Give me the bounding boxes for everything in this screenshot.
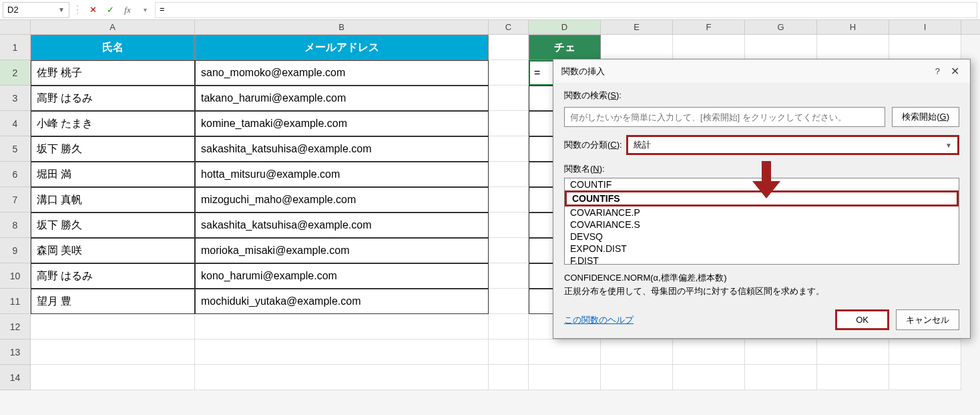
cell-B5[interactable]: sakashita_katsuhisa@example.com: [195, 136, 489, 162]
cell-C6[interactable]: [489, 162, 529, 187]
function-list[interactable]: COUNTIFCOUNTIFSCOVARIANCE.PCOVARIANCE.SD…: [564, 178, 959, 265]
cell-B2[interactable]: sano_momoko@example.com: [195, 60, 489, 86]
cell-C1[interactable]: [489, 35, 529, 60]
cell-H13[interactable]: [817, 339, 889, 365]
cell-A10[interactable]: 高野 はるみ: [31, 263, 195, 289]
ok-button[interactable]: OK: [835, 309, 889, 330]
cell-D14[interactable]: [529, 365, 601, 390]
cell-E1[interactable]: [601, 35, 673, 60]
row-header-1[interactable]: 1: [0, 35, 31, 60]
cell-C7[interactable]: [489, 187, 529, 213]
col-header-C[interactable]: C: [489, 20, 529, 34]
cell-C2[interactable]: [489, 60, 529, 86]
cell-B6[interactable]: hotta_mitsuru@example.com: [195, 162, 489, 187]
cell-C13[interactable]: [489, 339, 529, 365]
cell-A7[interactable]: 溝口 真帆: [31, 187, 195, 213]
cell-I13[interactable]: [889, 339, 961, 365]
cell-B14[interactable]: [195, 365, 489, 390]
cell-C5[interactable]: [489, 136, 529, 162]
function-list-item[interactable]: COVARIANCE.S: [565, 219, 959, 231]
cell-A8[interactable]: 坂下 勝久: [31, 213, 195, 238]
cell-A1[interactable]: 氏名: [31, 35, 195, 60]
cell-H1[interactable]: [817, 35, 889, 60]
row-header-12[interactable]: 12: [0, 314, 31, 339]
row-header-2[interactable]: 2: [0, 60, 31, 86]
cell-F1[interactable]: [673, 35, 745, 60]
cell-G14[interactable]: [745, 365, 817, 390]
col-header-A[interactable]: A: [31, 20, 195, 34]
cell-A4[interactable]: 小峰 たまき: [31, 111, 195, 136]
function-help-link[interactable]: この関数のヘルプ: [564, 314, 634, 326]
cell-C4[interactable]: [489, 111, 529, 136]
cell-B10[interactable]: kono_harumi@example.com: [195, 263, 489, 289]
cell-A3[interactable]: 高野 はるみ: [31, 86, 195, 111]
row-header-13[interactable]: 13: [0, 339, 31, 365]
cell-C11[interactable]: [489, 289, 529, 314]
cell-G1[interactable]: [745, 35, 817, 60]
chevron-down-icon[interactable]: ▾: [138, 3, 152, 17]
select-all-corner[interactable]: [0, 20, 31, 34]
row-header-7[interactable]: 7: [0, 187, 31, 213]
fx-icon[interactable]: fx: [120, 3, 135, 17]
cell-B11[interactable]: mochiduki_yutaka@example.com: [195, 289, 489, 314]
row-header-8[interactable]: 8: [0, 213, 31, 238]
cell-I14[interactable]: [889, 365, 961, 390]
search-input[interactable]: [564, 107, 885, 127]
row-header-3[interactable]: 3: [0, 86, 31, 111]
cell-C14[interactable]: [489, 365, 529, 390]
function-list-item[interactable]: COUNTIF: [565, 178, 959, 190]
function-list-item[interactable]: DEVSQ: [565, 231, 959, 243]
function-list-item[interactable]: COUNTIFS: [565, 190, 959, 206]
row-header-14[interactable]: 14: [0, 365, 31, 390]
row-header-5[interactable]: 5: [0, 136, 31, 162]
cell-E13[interactable]: [601, 339, 673, 365]
close-icon[interactable]: ✕: [948, 65, 962, 78]
cell-A13[interactable]: [31, 339, 195, 365]
cancel-button[interactable]: キャンセル: [896, 309, 959, 330]
cell-A6[interactable]: 堀田 満: [31, 162, 195, 187]
col-header-D[interactable]: D: [529, 20, 601, 34]
function-list-item[interactable]: COVARIANCE.P: [565, 206, 959, 219]
cell-C9[interactable]: [489, 238, 529, 263]
cell-B9[interactable]: morioka_misaki@example.com: [195, 238, 489, 263]
cancel-icon[interactable]: ✕: [85, 3, 100, 17]
cell-C10[interactable]: [489, 263, 529, 289]
function-list-item[interactable]: F.DIST: [565, 255, 959, 265]
cell-B1[interactable]: メールアドレス: [195, 35, 489, 60]
col-header-F[interactable]: F: [673, 20, 745, 34]
search-start-button[interactable]: 検索開始(G): [892, 107, 959, 127]
cell-B4[interactable]: komine_tamaki@example.com: [195, 111, 489, 136]
cell-B12[interactable]: [195, 314, 489, 339]
cell-C3[interactable]: [489, 86, 529, 111]
cell-B7[interactable]: mizoguchi_maho@example.com: [195, 187, 489, 213]
row-header-6[interactable]: 6: [0, 162, 31, 187]
cell-F13[interactable]: [673, 339, 745, 365]
cell-F14[interactable]: [673, 365, 745, 390]
row-header-10[interactable]: 10: [0, 263, 31, 289]
function-list-item[interactable]: EXPON.DIST: [565, 243, 959, 255]
dialog-titlebar[interactable]: 関数の挿入 ? ✕: [553, 59, 970, 83]
col-header-E[interactable]: E: [601, 20, 673, 34]
chevron-down-icon[interactable]: ▼: [58, 6, 65, 13]
cell-A9[interactable]: 森岡 美咲: [31, 238, 195, 263]
cell-D13[interactable]: [529, 339, 601, 365]
cell-A14[interactable]: [31, 365, 195, 390]
col-header-G[interactable]: G: [745, 20, 817, 34]
cell-B3[interactable]: takano_harumi@example.com: [195, 86, 489, 111]
row-header-9[interactable]: 9: [0, 238, 31, 263]
cell-C12[interactable]: [489, 314, 529, 339]
cell-I1[interactable]: [889, 35, 961, 60]
row-header-11[interactable]: 11: [0, 289, 31, 314]
enter-icon[interactable]: ✓: [103, 3, 117, 17]
cell-A12[interactable]: [31, 314, 195, 339]
formula-input[interactable]: =: [155, 2, 977, 18]
cell-C8[interactable]: [489, 213, 529, 238]
col-header-H[interactable]: H: [817, 20, 889, 34]
name-box[interactable]: D2 ▼: [3, 2, 69, 18]
cell-A11[interactable]: 望月 豊: [31, 289, 195, 314]
cell-E14[interactable]: [601, 365, 673, 390]
cell-G13[interactable]: [745, 339, 817, 365]
row-header-4[interactable]: 4: [0, 111, 31, 136]
col-header-I[interactable]: I: [889, 20, 961, 34]
category-select[interactable]: 統計 ▼: [626, 135, 959, 155]
